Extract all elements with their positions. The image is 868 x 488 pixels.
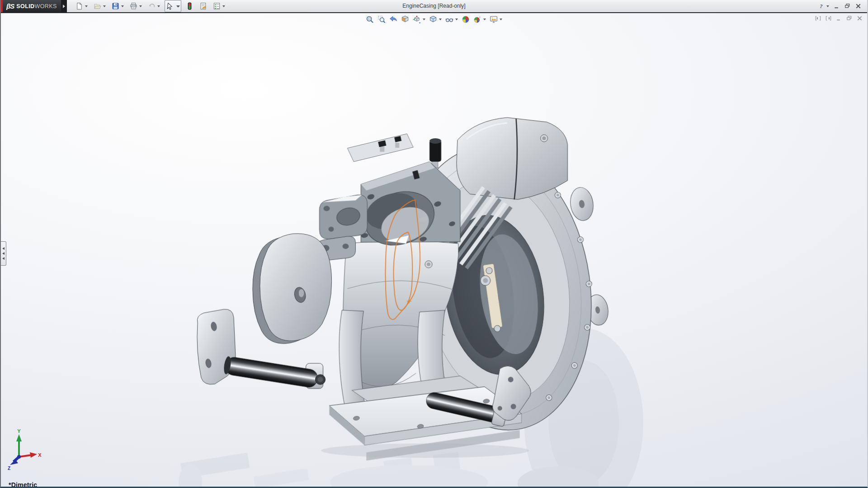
- graphics-area[interactable]: Y X Z *Dimetric: [1, 12, 867, 487]
- svg-text:X: X: [38, 452, 42, 458]
- document-window-controls: [815, 15, 863, 22]
- model-flywheel-cover[interactable]: [253, 234, 332, 343]
- file-properties-button[interactable]: [198, 0, 208, 12]
- new-document-icon: [75, 2, 83, 10]
- apply-scene-icon: [473, 15, 481, 23]
- previous-view-icon: [389, 15, 397, 23]
- triad-z-axis: Z: [8, 457, 19, 470]
- document-minimize-icon: [835, 15, 842, 22]
- new-document-button[interactable]: [74, 0, 89, 12]
- apply-scene-button[interactable]: [472, 14, 487, 24]
- engine-casing-model[interactable]: [1, 13, 867, 487]
- main-toolbar: [74, 0, 226, 12]
- solidworks-wordmark: SOLIDWORKS: [16, 3, 57, 9]
- pane-toggle-left-icon: [815, 15, 821, 22]
- solidworks-window: βS SOLIDWORKS EngineCasing [Read-only] ?: [0, 0, 868, 488]
- print-button[interactable]: [128, 0, 143, 12]
- previous-view-button[interactable]: [388, 14, 398, 24]
- section-view-button[interactable]: [400, 14, 410, 24]
- headsup-view-toolbar: [365, 14, 503, 24]
- document-close-icon: [856, 15, 863, 22]
- help-icon: ?: [818, 3, 825, 9]
- wordmark-light: WORKS: [35, 3, 57, 9]
- apply-scene-dropdown-caret-icon[interactable]: [483, 19, 486, 20]
- document-minimize-button[interactable]: [835, 15, 842, 22]
- feature-manager-collapsed-tab[interactable]: [1, 241, 6, 266]
- undo-icon: [148, 2, 156, 10]
- hide-show-items-dropdown-caret-icon[interactable]: [455, 19, 458, 20]
- undo-dropdown-caret-icon[interactable]: [157, 5, 160, 7]
- zoom-to-area-button[interactable]: [377, 14, 387, 24]
- select-button[interactable]: [165, 0, 181, 12]
- solidworks-logo-mark-icon: βS: [6, 2, 14, 10]
- zoom-to-fit-button[interactable]: [365, 14, 375, 24]
- window-restore-icon: [844, 3, 851, 9]
- file-properties-icon: [199, 2, 207, 10]
- help-dropdown-caret-icon[interactable]: [826, 5, 829, 7]
- brand-accent-stripe: [1, 0, 3, 12]
- pane-toggle-right-icon: [825, 15, 832, 22]
- view-orientation-dropdown-caret-icon[interactable]: [423, 19, 425, 20]
- triad-y-axis: Y: [16, 429, 22, 457]
- view-settings-icon: [490, 15, 498, 23]
- svg-text:Z: Z: [8, 466, 10, 470]
- svg-text:Y: Y: [17, 429, 21, 434]
- title-bar: βS SOLIDWORKS EngineCasing [Read-only] ?: [1, 0, 867, 12]
- document-restore-button[interactable]: [846, 15, 853, 22]
- save-button[interactable]: [110, 0, 125, 12]
- hide-show-items-button[interactable]: [444, 14, 459, 24]
- open-button[interactable]: [92, 0, 107, 12]
- help-button[interactable]: ?: [818, 3, 829, 9]
- hide-show-items-icon: [445, 15, 453, 23]
- window-close-icon: [855, 3, 862, 9]
- collapse-arrow-icon: [2, 257, 5, 260]
- options-dropdown-caret-icon[interactable]: [222, 5, 225, 7]
- window-close-button[interactable]: [855, 3, 862, 9]
- options-button[interactable]: [212, 0, 226, 12]
- edit-appearance-icon: [462, 15, 470, 23]
- select-dropdown-caret-icon[interactable]: [176, 5, 180, 7]
- window-controls: ?: [818, 3, 867, 9]
- wordmark-strong: SOLID: [16, 3, 34, 9]
- menu-expand-button[interactable]: [61, 0, 67, 12]
- collapse-arrow-icon: [2, 252, 5, 255]
- print-icon: [130, 2, 137, 10]
- pane-toggle-left-button[interactable]: [815, 15, 821, 22]
- expand-arrow-icon: [63, 5, 65, 8]
- view-settings-button[interactable]: [489, 14, 503, 24]
- window-title: EngineCasing [Read-only]: [402, 0, 465, 12]
- display-style-icon: [429, 15, 437, 23]
- zoom-to-fit-icon: [366, 15, 374, 23]
- view-settings-dropdown-caret-icon[interactable]: [500, 19, 502, 20]
- pane-toggle-right-button[interactable]: [825, 15, 832, 22]
- document-restore-icon: [846, 15, 853, 22]
- view-orientation-label: *Dimetric: [9, 481, 37, 487]
- document-close-button[interactable]: [856, 15, 863, 22]
- open-icon: [94, 2, 101, 10]
- window-restore-button[interactable]: [844, 3, 851, 9]
- save-dropdown-caret-icon[interactable]: [121, 5, 124, 7]
- save-icon: [112, 2, 119, 10]
- display-style-button[interactable]: [428, 14, 443, 24]
- triad-x-axis: X: [19, 452, 42, 458]
- window-minimize-button[interactable]: [833, 3, 840, 9]
- new-document-dropdown-caret-icon[interactable]: [85, 5, 88, 7]
- display-style-dropdown-caret-icon[interactable]: [439, 19, 442, 20]
- view-orientation-icon: [413, 15, 421, 23]
- section-view-icon: [401, 15, 409, 23]
- open-dropdown-caret-icon[interactable]: [103, 5, 106, 7]
- select-icon: [166, 2, 174, 10]
- view-orientation-button[interactable]: [412, 14, 426, 24]
- svg-text:?: ?: [820, 3, 822, 9]
- solidworks-logo: βS SOLIDWORKS: [1, 0, 67, 12]
- zoom-to-area-icon: [377, 15, 386, 23]
- reference-triad: Y X Z: [5, 429, 43, 470]
- print-dropdown-caret-icon[interactable]: [139, 5, 142, 7]
- edit-appearance-button[interactable]: [461, 14, 471, 24]
- rebuild-icon: [186, 2, 193, 10]
- window-minimize-icon: [833, 3, 840, 9]
- collapse-arrow-icon: [2, 247, 5, 250]
- options-icon: [213, 2, 221, 10]
- rebuild-button[interactable]: [184, 0, 195, 12]
- undo-button[interactable]: [146, 0, 161, 12]
